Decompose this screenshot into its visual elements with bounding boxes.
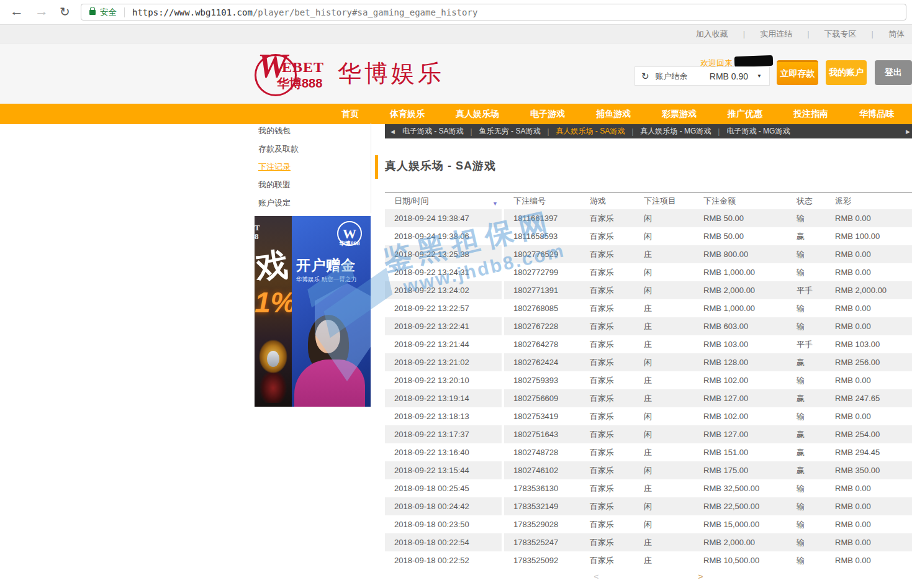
cell-payout: RMB 0.00 <box>826 214 912 223</box>
utility-link[interactable]: | 简体 <box>857 29 905 40</box>
table-row: 2018-09-22 13:17:37 1802751643 百家乐 闲 RMB… <box>385 425 912 443</box>
main-nav-item[interactable]: 彩票游戏 <box>646 104 712 124</box>
game-tab[interactable]: 电子游戏 - SA游戏 <box>402 126 464 137</box>
column-header-bet-id[interactable]: 下注编号 <box>504 196 580 207</box>
utility-link[interactable]: | 下载专区 <box>792 29 856 40</box>
page-next[interactable]: > <box>698 572 703 581</box>
sort-desc-icon[interactable]: ▼ <box>492 201 498 207</box>
balance-box[interactable]: ↻ 账户结余 RMB 0.90 ▼ <box>634 66 770 86</box>
game-tab-label: 真人娱乐场 - MG游戏 <box>640 126 711 137</box>
main-nav-item[interactable]: 电子游戏 <box>515 104 580 124</box>
column-header-status[interactable]: 状态 <box>787 196 826 207</box>
column-header-bet-amount[interactable]: 下注金额 <box>694 196 787 207</box>
sidebar-item[interactable]: 账户设定 <box>255 194 371 212</box>
site-header: W EBET 华博888 华博娱乐 欢迎回来 ↻ 账户结余 RMB 0.90 ▼… <box>0 43 912 104</box>
promo-slide-right: W 华博888 开户赠金 华博娱乐 助您一臂之力 <box>292 216 371 407</box>
cell-datetime: 2018-09-18 00:22:52 <box>385 551 504 569</box>
deposit-button[interactable]: 立即存款 <box>777 60 818 85</box>
redacted-username <box>734 55 774 67</box>
game-tab[interactable]: | 电子游戏 - MG游戏 <box>711 126 790 137</box>
game-tab-label: 电子游戏 - SA游戏 <box>402 126 464 137</box>
utility-link-label: 简体 <box>888 29 905 40</box>
cell-game: 百家乐 <box>580 321 634 332</box>
browser-toolbar: ← → ↻ 安全 https://www.wbg1101.com/player/… <box>0 0 912 25</box>
cell-game: 百家乐 <box>580 447 634 458</box>
game-tab[interactable]: | 真人娱乐场 - SA游戏 <box>540 126 625 137</box>
sidebar-item-label: 下注记录 <box>258 162 291 171</box>
main-nav-item[interactable]: 体育娱乐 <box>374 104 440 124</box>
cell-bet-id: 1811658593 <box>504 232 580 241</box>
main-nav-item[interactable]: 捕鱼游戏 <box>580 104 646 124</box>
browser-back-icon[interactable]: ← <box>10 3 24 19</box>
cell-bet-amount: RMB 151.00 <box>694 448 787 457</box>
cell-payout: RMB 0.00 <box>826 322 912 331</box>
sidebar-item[interactable]: 我的联盟 <box>255 176 371 194</box>
cell-payout: RMB 0.00 <box>826 484 912 493</box>
utility-link[interactable]: 加入收藏 <box>696 29 728 40</box>
cell-bet-item: 闲 <box>634 357 694 368</box>
table-row: 2018-09-18 00:22:52 1783525092 百家乐 庄 RMB… <box>385 551 912 569</box>
chevron-down-icon[interactable]: ▼ <box>757 73 762 79</box>
cell-bet-id: 1802768085 <box>504 304 580 313</box>
column-header-payout[interactable]: 派彩 <box>826 196 912 207</box>
cell-bet-item: 庄 <box>634 537 694 548</box>
cell-status: 输 <box>787 501 826 512</box>
sidebar-item-label: 我的联盟 <box>258 180 291 189</box>
site-logo[interactable]: W EBET 华博888 华博娱乐 <box>253 48 445 98</box>
game-tab[interactable]: | 真人娱乐场 - MG游戏 <box>625 126 711 137</box>
cell-bet-item: 庄 <box>634 447 694 458</box>
cell-bet-item: 闲 <box>634 285 694 296</box>
main-nav-item[interactable]: 真人娱乐场 <box>440 104 515 124</box>
cell-game: 百家乐 <box>580 339 634 350</box>
my-account-button[interactable]: 我的账户 <box>826 60 867 85</box>
refresh-balance-icon[interactable]: ↻ <box>641 71 649 82</box>
banner-logo: W 华博888 <box>333 221 366 248</box>
column-header-datetime[interactable]: 日期/时间 ▼ <box>385 196 504 207</box>
browser-forward-icon[interactable]: → <box>35 3 48 19</box>
browser-reload-icon[interactable]: ↻ <box>60 4 70 19</box>
secure-label: 安全 <box>100 7 117 18</box>
table-row: 2018-09-22 13:22:41 1802767228 百家乐 庄 RMB… <box>385 317 912 335</box>
cell-status: 输 <box>787 483 826 494</box>
logo-site-name: 华博娱乐 <box>338 58 445 89</box>
address-bar[interactable]: 安全 https://www.wbg1101.com/player/bet_hi… <box>81 4 906 20</box>
separator: | <box>631 127 633 136</box>
main-nav-item[interactable]: 华博品味 <box>844 104 910 124</box>
cell-bet-amount: RMB 175.00 <box>694 466 787 475</box>
cell-bet-amount: RMB 1,000.00 <box>694 268 787 277</box>
cell-status: 输 <box>787 519 826 530</box>
cell-game: 百家乐 <box>580 393 634 404</box>
sidebar-item[interactable]: 我的钱包 <box>255 122 371 140</box>
cell-datetime: 2018-09-22 13:21:02 <box>385 353 504 371</box>
main-nav-label: 捕鱼游戏 <box>596 109 631 119</box>
logout-button[interactable]: 登出 <box>875 60 912 85</box>
sidebar-item[interactable]: 存款及取款 <box>255 140 371 158</box>
promo-banner[interactable]: T 8 戏 1% W 华博888 开户赠金 华博娱乐 助您一臂之力 <box>255 216 371 407</box>
cell-game: 百家乐 <box>580 213 634 224</box>
utility-links: 加入收藏 | 实用连结 | 下载专区 | 简体 <box>696 29 905 40</box>
cell-bet-item: 庄 <box>634 375 694 386</box>
cell-status: 输 <box>787 249 826 260</box>
cell-game: 百家乐 <box>580 429 634 440</box>
utility-link[interactable]: | 实用连结 <box>728 29 792 40</box>
cell-bet-item: 闲 <box>634 267 694 278</box>
main-nav-item[interactable]: 投注指南 <box>778 104 844 124</box>
cell-bet-amount: RMB 1,000.00 <box>694 304 787 313</box>
sidebar-menu: 我的钱包存款及取款下注记录我的联盟账户设定 <box>255 122 371 212</box>
logo-brand-number: 华博888 <box>277 75 322 92</box>
cell-bet-id: 1783525247 <box>504 538 580 547</box>
main-nav-item[interactable]: 推广优惠 <box>712 104 778 124</box>
logo-mark-icon: W EBET 华博888 <box>253 49 328 97</box>
column-header-bet-item[interactable]: 下注项目 <box>634 196 694 207</box>
page-prev[interactable]: < <box>594 572 599 581</box>
game-tab[interactable]: | 鱼乐无穷 - SA游戏 <box>464 126 541 137</box>
separator: | <box>872 29 874 38</box>
cell-status: 赢 <box>787 231 826 242</box>
column-header-game[interactable]: 游戏 <box>580 196 634 207</box>
tabs-next-icon[interactable]: ▶ <box>906 129 910 135</box>
main-nav: 首页体育娱乐真人娱乐场电子游戏捕鱼游戏彩票游戏推广优惠投注指南华博品味 <box>0 104 912 124</box>
cell-bet-amount: RMB 50.00 <box>694 232 787 241</box>
sidebar-item[interactable]: 下注记录 <box>255 158 371 176</box>
tabs-prev-icon[interactable]: ◀ <box>391 129 395 135</box>
cell-datetime: 2018-09-22 13:24:02 <box>385 281 504 299</box>
